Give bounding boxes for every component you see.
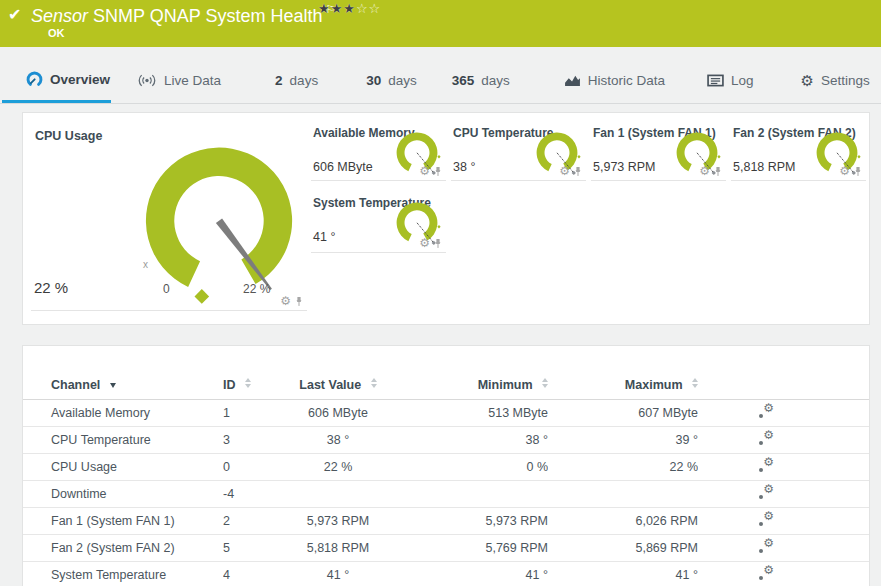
sort-icon	[542, 378, 548, 388]
gear-icon[interactable]: ⚙	[280, 295, 291, 307]
column-label: Channel	[51, 378, 100, 392]
pin-icon[interactable]	[574, 166, 582, 177]
table-row[interactable]: Fan 2 (System FAN 2) 5 5,818 RPM 5,769 R…	[23, 534, 869, 561]
column-header-maximum[interactable]: Maximum	[548, 372, 698, 399]
tab-30-days[interactable]: 30 days	[365, 73, 418, 103]
cell-minimum: 41 °	[408, 561, 548, 586]
gauge-icon	[26, 71, 43, 88]
gear-icon[interactable]: ⚙	[419, 237, 430, 249]
cell-last-value: 41 °	[268, 561, 408, 586]
sensor-status-header: ✔ SensorSNMP QNAP System Health⚐ ★★★☆☆ O…	[0, 0, 881, 47]
tab-number: 365	[452, 73, 475, 88]
channel-settings-icon[interactable]: ⚙	[758, 431, 774, 446]
cell-channel: CPU Temperature	[23, 426, 223, 453]
column-header-channel[interactable]: Channel	[23, 372, 223, 399]
tab-bar: Overview Live Data 2 days 30 days 365 da…	[0, 47, 881, 104]
cell-last-value: 22 %	[268, 453, 408, 480]
gear-icon[interactable]: ⚙	[699, 165, 710, 177]
tab-label: Settings	[821, 73, 870, 88]
sort-icon	[245, 378, 251, 388]
cell-maximum: 39 °	[548, 426, 698, 453]
gauge-axis-marker: x	[143, 259, 148, 270]
cell-minimum: 5,973 RPM	[408, 507, 548, 534]
cell-id: 3	[223, 426, 268, 453]
cell-last-value: 5,818 RPM	[268, 534, 408, 561]
gauge-value: 22 %	[34, 279, 68, 296]
channel-settings-icon[interactable]: ⚙	[758, 404, 774, 419]
column-label: Last Value	[299, 378, 361, 392]
cell-last-value: 38 °	[268, 426, 408, 453]
tab-label: Overview	[50, 72, 110, 87]
gear-icon: ⚙	[801, 76, 814, 86]
gear-icon[interactable]: ⚙	[419, 165, 430, 177]
tab-365-days[interactable]: 365 days	[451, 73, 511, 103]
cell-minimum: 513 MByte	[408, 399, 548, 426]
cell-maximum: 41 °	[548, 561, 698, 586]
gauge-tile-available-memory[interactable]: Available Memory 606 MByte ⚙	[311, 121, 446, 181]
sensor-title-line: SensorSNMP QNAP System Health⚐	[31, 3, 335, 27]
channel-settings-icon[interactable]: ⚙	[758, 512, 774, 527]
channels-table: Channel ID Last Value Minimum	[23, 372, 869, 586]
cell-id: 0	[223, 453, 268, 480]
table-row[interactable]: CPU Usage 0 22 % 0 % 22 % ⚙	[23, 453, 869, 480]
tab-label: Log	[731, 73, 754, 88]
pin-icon[interactable]	[714, 166, 722, 177]
channel-settings-icon[interactable]: ⚙	[758, 458, 774, 473]
channel-settings-icon[interactable]: ⚙	[758, 539, 774, 554]
channels-table-panel: Channel ID Last Value Minimum	[22, 345, 870, 586]
channel-settings-icon[interactable]: ⚙	[758, 566, 774, 581]
area-chart-icon	[564, 74, 581, 87]
gauges-panel: CPU Usage x 22 % 0 22 % ⚙ Available Memo…	[22, 112, 870, 325]
cell-maximum: 22 %	[548, 453, 698, 480]
cell-maximum: 5,869 RPM	[548, 534, 698, 561]
cell-channel: Fan 2 (System FAN 2)	[23, 534, 223, 561]
tab-overview[interactable]: Overview	[25, 71, 111, 103]
gear-icon[interactable]: ⚙	[839, 165, 850, 177]
table-row[interactable]: Downtime -4 ⚙	[23, 480, 869, 507]
column-label: Minimum	[478, 378, 533, 392]
gauge-tile-cpu-temperature[interactable]: CPU Temperature 38 ° ⚙	[451, 121, 586, 181]
sort-desc-icon	[110, 383, 116, 388]
column-header-last-value[interactable]: Last Value	[268, 372, 408, 399]
prtg-sensor-page: ✔ SensorSNMP QNAP System Health⚐ ★★★☆☆ O…	[0, 0, 881, 586]
gauge-tile-system-temperature[interactable]: System Temperature 41 ° ⚙	[311, 191, 446, 253]
cell-minimum: 0 %	[408, 453, 548, 480]
cell-channel: System Temperature	[23, 561, 223, 586]
column-header-id[interactable]: ID	[223, 372, 268, 399]
cell-maximum	[548, 480, 698, 507]
gear-icon[interactable]: ⚙	[559, 165, 570, 177]
tab-label: Live Data	[164, 73, 221, 88]
pin-icon[interactable]	[854, 166, 862, 177]
gauge-value: 5,973 RPM	[593, 160, 656, 174]
gauge-tile-fan-2[interactable]: Fan 2 (System FAN 2) 5,818 RPM ⚙	[731, 121, 866, 181]
priority-stars[interactable]: ★★★☆☆	[318, 1, 381, 16]
gauge-scale-min: 0	[163, 282, 170, 296]
tab-settings[interactable]: ⚙ Settings	[800, 73, 871, 103]
gauge-tile-cpu-usage[interactable]: CPU Usage x 22 % 0 22 % ⚙	[31, 121, 307, 311]
table-row[interactable]: Fan 1 (System FAN 1) 2 5,973 RPM 5,973 R…	[23, 507, 869, 534]
cell-channel: Fan 1 (System FAN 1)	[23, 507, 223, 534]
pin-icon[interactable]	[434, 166, 442, 177]
tab-2-days[interactable]: 2 days	[274, 73, 319, 103]
pin-icon[interactable]	[434, 238, 442, 249]
sensor-type-label: Sensor	[31, 6, 88, 26]
tab-label: Historic Data	[588, 73, 665, 88]
table-row[interactable]: CPU Temperature 3 38 ° 38 ° 39 ° ⚙	[23, 426, 869, 453]
channel-settings-icon[interactable]: ⚙	[758, 485, 774, 500]
cpu-usage-gauge	[133, 139, 305, 311]
cell-minimum	[408, 480, 548, 507]
pin-icon[interactable]	[295, 296, 303, 307]
tab-log[interactable]: Log	[706, 73, 755, 103]
gauge-tile-fan-1[interactable]: Fan 1 (System FAN 1) 5,973 RPM ⚙	[591, 121, 726, 181]
table-row[interactable]: System Temperature 4 41 ° 41 ° 41 ° ⚙	[23, 561, 869, 586]
cell-channel: Available Memory	[23, 399, 223, 426]
tab-historic-data[interactable]: Historic Data	[563, 73, 666, 103]
tab-live-data[interactable]: Live Data	[136, 73, 222, 103]
cell-last-value: 5,973 RPM	[268, 507, 408, 534]
table-row[interactable]: Available Memory 1 606 MByte 513 MByte 6…	[23, 399, 869, 426]
cell-last-value: 606 MByte	[268, 399, 408, 426]
ok-check-icon: ✔	[8, 5, 21, 24]
cell-channel: Downtime	[23, 480, 223, 507]
cell-channel: CPU Usage	[23, 453, 223, 480]
column-header-minimum[interactable]: Minimum	[408, 372, 548, 399]
